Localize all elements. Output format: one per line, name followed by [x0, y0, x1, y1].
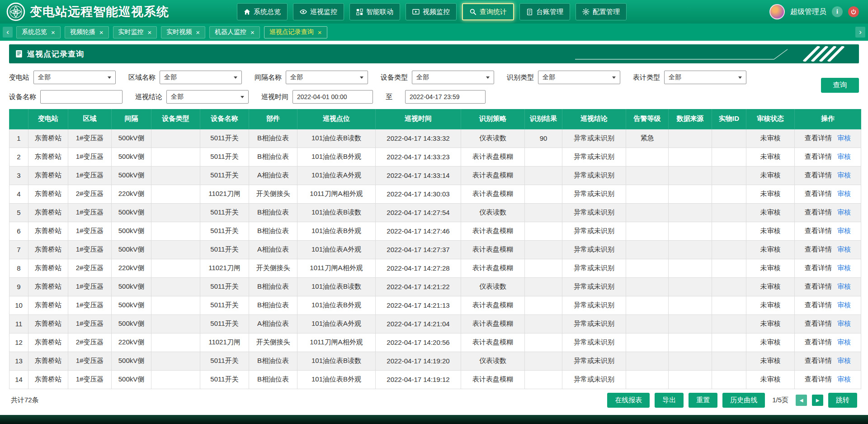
cell: 未审核 — [746, 166, 795, 185]
cell: 5011开关 — [200, 148, 249, 166]
cell: 2022-04-17 14:20:56 — [376, 333, 461, 352]
filter-meter-type-select[interactable]: 全部 — [664, 71, 746, 84]
view-detail-link[interactable]: 查看详情 — [805, 227, 832, 234]
tab-close-icon[interactable]: × — [99, 29, 104, 36]
view-detail-link[interactable]: 查看详情 — [805, 357, 832, 364]
tab-close-icon[interactable]: × — [148, 29, 152, 36]
view-detail-link[interactable]: 查看详情 — [805, 319, 832, 327]
cell: 101油位表B外观 — [297, 370, 376, 389]
cell — [151, 148, 200, 166]
next-page-icon[interactable]: ▶ — [812, 395, 823, 406]
filter-station-select[interactable]: 全部 — [33, 71, 116, 84]
nav-button-ledger[interactable]: 台账管理 — [519, 3, 570, 20]
filter-device-type-select[interactable]: 全部 — [412, 71, 494, 84]
nav-button-patrol-monitor[interactable]: 巡视监控 — [293, 3, 344, 20]
tabs-scroll-right-icon[interactable]: › — [855, 27, 865, 38]
tab-realtime-video[interactable]: 实时视频× — [161, 26, 205, 38]
audit-link[interactable]: 审核 — [837, 245, 851, 253]
cell — [626, 259, 669, 277]
filter-conclusion-select[interactable]: 全部 — [166, 90, 249, 104]
cell — [525, 222, 562, 240]
audit-link[interactable]: 审核 — [837, 264, 851, 272]
tab-close-icon[interactable]: × — [318, 29, 322, 36]
filter-recognition-type-select[interactable]: 全部 — [538, 71, 620, 84]
table-row: 2东善桥站1#变压器500kV侧5011开关B相油位表101油位表B外观2022… — [9, 148, 861, 166]
filter-meter-type: 表计类型全部 — [633, 71, 746, 84]
cell: 90 — [525, 129, 562, 148]
view-detail-link[interactable]: 查看详情 — [805, 134, 832, 142]
tab-close-icon[interactable]: × — [51, 29, 55, 36]
operations-cell: 查看详情审核 — [795, 259, 861, 277]
user-avatar[interactable] — [769, 4, 785, 19]
prev-page-icon[interactable]: ◀ — [796, 395, 807, 406]
nav-button-smart-linkage[interactable]: 智能联动 — [349, 3, 400, 20]
audit-link[interactable]: 审核 — [837, 208, 851, 216]
filter-area-name-select[interactable]: 全部 — [160, 71, 242, 84]
view-detail-link[interactable]: 查看详情 — [805, 152, 832, 160]
cell: 未审核 — [746, 352, 795, 370]
audit-link[interactable]: 审核 — [837, 282, 851, 290]
audit-link[interactable]: 审核 — [837, 227, 851, 234]
tab-close-icon[interactable]: × — [250, 29, 255, 36]
cell — [712, 240, 746, 259]
cell: 东善桥站 — [28, 314, 68, 333]
nav-button-video-monitor[interactable]: 视频监控 — [406, 3, 457, 20]
view-detail-link[interactable]: 查看详情 — [805, 208, 832, 216]
view-detail-link[interactable]: 查看详情 — [805, 301, 832, 309]
audit-link[interactable]: 审核 — [837, 152, 851, 160]
history-curve-button[interactable]: 历史曲线 — [722, 393, 765, 408]
audit-link[interactable]: 审核 — [837, 375, 851, 383]
column-header — [9, 109, 28, 129]
operations-cell: 查看详情审核 — [795, 203, 861, 222]
filter-label-area-name: 区域名称 — [128, 73, 156, 82]
view-detail-link[interactable]: 查看详情 — [805, 375, 832, 383]
cell: 2022-04-17 14:21:13 — [376, 296, 461, 314]
tab-patrol-record-query[interactable]: 巡视点记录查询× — [264, 26, 327, 38]
top-header: 变电站远程智能巡视系统 系统总览巡视监控智能联动视频监控查询统计台账管理配置管理… — [0, 0, 868, 24]
view-detail-link[interactable]: 查看详情 — [805, 190, 832, 197]
tab-realtime-monitor[interactable]: 实时监控× — [113, 26, 157, 38]
operations-cell: 查看详情审核 — [795, 277, 861, 296]
cell: 11021刀闸 — [200, 185, 249, 203]
info-icon[interactable]: i — [832, 6, 843, 17]
query-button[interactable]: 查询 — [821, 78, 859, 93]
audit-link[interactable]: 审核 — [837, 338, 851, 346]
view-detail-link[interactable]: 查看详情 — [805, 264, 832, 272]
view-detail-link[interactable]: 查看详情 — [805, 338, 832, 346]
audit-link[interactable]: 审核 — [837, 134, 851, 142]
view-detail-link[interactable]: 查看详情 — [805, 282, 832, 290]
power-icon[interactable] — [848, 6, 859, 17]
filter-bay-name-select[interactable]: 全部 — [286, 71, 368, 84]
row-index: 13 — [9, 352, 28, 370]
nav-button-overview[interactable]: 系统总览 — [237, 3, 288, 20]
filter-time-start-input[interactable] — [292, 90, 373, 104]
audit-link[interactable]: 审核 — [837, 357, 851, 364]
tab-close-icon[interactable]: × — [196, 29, 200, 36]
tabs-scroll-left-icon[interactable]: ‹ — [3, 27, 13, 38]
view-detail-link[interactable]: 查看详情 — [805, 245, 832, 253]
reset-button[interactable]: 重置 — [689, 393, 717, 408]
nav-button-query-stats[interactable]: 查询统计 — [462, 3, 514, 20]
tab-robot-monitor[interactable]: 机器人监控× — [209, 26, 260, 38]
export-button[interactable]: 导出 — [655, 393, 684, 408]
audit-link[interactable]: 审核 — [837, 190, 851, 197]
audit-link[interactable]: 审核 — [837, 319, 851, 327]
view-detail-link[interactable]: 查看详情 — [805, 171, 832, 179]
chevron-down-icon — [108, 76, 111, 79]
audit-link[interactable]: 审核 — [837, 301, 851, 309]
column-header: 变电站 — [28, 109, 68, 129]
cell: 1#变压器 — [68, 314, 112, 333]
nav-button-config[interactable]: 配置管理 — [576, 3, 627, 20]
tab-overview[interactable]: 系统总览× — [16, 26, 61, 38]
audit-link[interactable]: 审核 — [837, 171, 851, 179]
operations-cell: 查看详情审核 — [795, 370, 861, 389]
nav-button-label: 智能联动 — [366, 8, 393, 16]
jump-button[interactable]: 跳转 — [828, 393, 857, 408]
filter-device-name-input[interactable] — [40, 90, 123, 104]
filter-time-end-input[interactable] — [405, 90, 486, 104]
online-report-button[interactable]: 在线报表 — [607, 393, 650, 408]
cell: 1#变压器 — [68, 352, 112, 370]
filter-panel: 变电站全部区域名称全部间隔名称全部设备类型全部识别类型全部表计类型全部 设备名称… — [9, 63, 859, 109]
nav-button-label: 巡视监控 — [310, 8, 337, 16]
tab-video-carousel[interactable]: 视频轮播× — [65, 26, 109, 38]
